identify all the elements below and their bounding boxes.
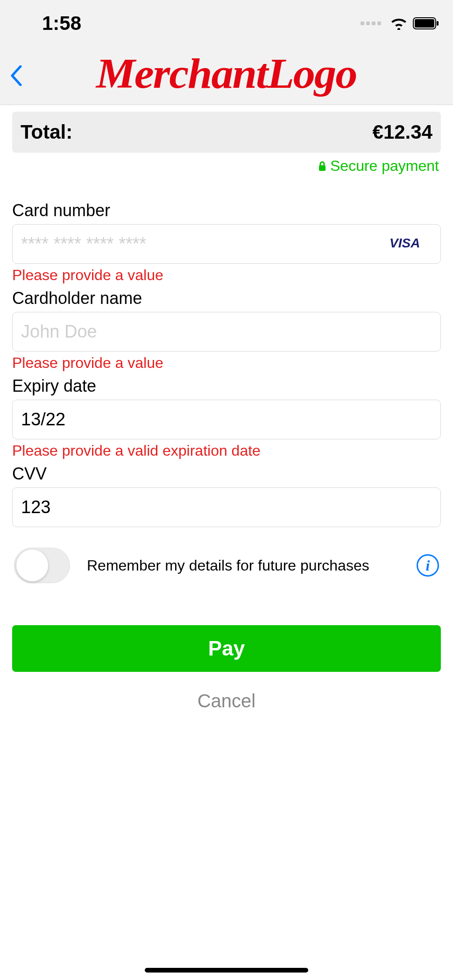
home-indicator[interactable] <box>145 968 308 973</box>
cardholder-field: Cardholder name Please provide a value <box>12 286 441 372</box>
cvv-input[interactable] <box>12 487 441 527</box>
info-button[interactable]: i <box>417 554 439 577</box>
remember-label: Remember my details for future purchases <box>87 557 400 574</box>
remember-row: Remember my details for future purchases… <box>12 548 441 583</box>
card-number-field: Card number VISA Please provide a value <box>12 198 441 284</box>
remember-toggle[interactable] <box>14 548 70 583</box>
svg-text:VISA: VISA <box>389 236 420 250</box>
status-right <box>361 17 439 30</box>
total-row: Total: €12.34 <box>12 112 441 153</box>
lock-icon <box>318 161 326 171</box>
toggle-knob <box>16 550 48 581</box>
visa-icon: VISA <box>389 236 432 252</box>
cvv-field: CVV <box>12 461 441 527</box>
cardholder-label: Cardholder name <box>12 289 441 308</box>
status-bar: 1:58 <box>0 0 453 47</box>
chevron-left-icon <box>10 65 22 86</box>
status-time: 1:58 <box>42 12 81 35</box>
total-label: Total: <box>21 121 72 143</box>
total-amount: €12.34 <box>373 121 432 143</box>
secure-payment-row: Secure payment <box>12 157 441 175</box>
cell-dots-icon <box>361 21 381 25</box>
cardholder-input[interactable] <box>12 312 441 352</box>
wifi-icon <box>390 17 407 30</box>
info-icon: i <box>426 557 430 574</box>
cardholder-error: Please provide a value <box>12 354 441 372</box>
pay-button[interactable]: Pay <box>12 625 441 672</box>
card-number-input[interactable] <box>12 224 441 264</box>
expiry-input[interactable] <box>12 400 441 439</box>
card-number-label: Card number <box>12 201 441 220</box>
top-bar: MerchantLogo <box>0 47 453 105</box>
expiry-field: Expiry date Please provide a valid expir… <box>12 374 441 459</box>
svg-rect-3 <box>319 165 326 171</box>
cvv-label: CVV <box>12 464 441 484</box>
expiry-error: Please provide a valid expiration date <box>12 442 441 459</box>
phone-screen: 1:58 MerchantLogo Total: €12.34 Secure p… <box>0 0 453 980</box>
svg-rect-1 <box>415 19 434 28</box>
cancel-button[interactable]: Cancel <box>12 691 441 712</box>
secure-text: Secure payment <box>330 157 439 175</box>
battery-icon <box>413 17 439 29</box>
back-button[interactable] <box>0 47 33 105</box>
merchant-logo: MerchantLogo <box>0 55 453 97</box>
payment-form: Total: €12.34 Secure payment Card number… <box>0 105 453 980</box>
expiry-label: Expiry date <box>12 376 441 396</box>
card-number-error: Please provide a value <box>12 267 441 284</box>
svg-rect-2 <box>437 21 439 26</box>
